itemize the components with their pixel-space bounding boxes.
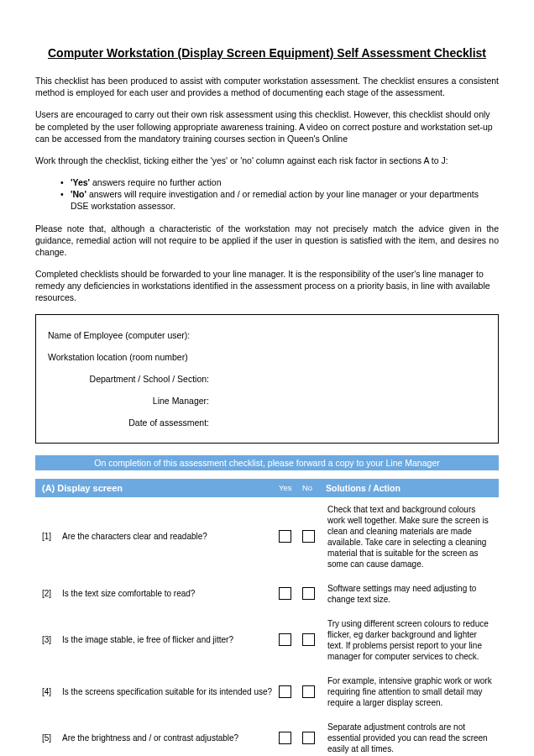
bullet-no: 'No' answers will require investigation … (60, 188, 499, 212)
completion-banner: On completion of this assessment checkli… (35, 455, 499, 470)
question-number: [5] (42, 733, 62, 743)
question-solution: For example, intensive graphic work or w… (326, 675, 492, 708)
question-solution: Try using different screen colours to re… (326, 618, 492, 662)
question-text: Are the characters clear and readable? (62, 532, 279, 541)
question-text: Are the brightness and / or contrast adj… (62, 733, 279, 743)
column-no-header: No (302, 483, 326, 492)
question-number: [3] (42, 635, 62, 644)
intro-para-3: Work through the checklist, ticking eith… (35, 155, 499, 166)
bullet-yes-bold: 'Yes' (71, 177, 90, 187)
checkbox-yes[interactable] (279, 732, 291, 744)
question-number: [1] (42, 532, 62, 541)
bullet-no-text: answers will require investigation and /… (71, 189, 479, 211)
bullet-no-bold: 'No' (71, 189, 86, 199)
label-department: Department / School / Section: (48, 374, 216, 384)
employee-info-box: Name of Employee (computer user): Workst… (35, 314, 499, 444)
question-row: [3]Is the image stable, ie free of flick… (35, 612, 499, 669)
label-line-manager: Line Manager: (48, 396, 216, 406)
checkbox-yes[interactable] (279, 530, 291, 543)
note-para-1: Please note that, although a characteris… (35, 223, 499, 259)
question-solution: Separate adjustment controls are not ess… (326, 722, 492, 754)
question-row: [1]Are the characters clear and readable… (35, 497, 499, 576)
questions-container: [1]Are the characters clear and readable… (35, 497, 499, 756)
question-text: Is the image stable, ie free of flicker … (62, 635, 279, 644)
intro-para-1: This checklist has been produced to assi… (35, 75, 499, 98)
question-row: [5]Are the brightness and / or contrast … (35, 715, 499, 756)
question-text: Is the text size comfortable to read? (62, 589, 279, 598)
note-2b: line manager. (233, 269, 285, 279)
note-para-2: Completed checklists should be forwarded… (35, 268, 499, 304)
label-workstation-location: Workstation location (room number) (48, 352, 195, 362)
checkbox-yes[interactable] (279, 633, 291, 646)
bullet-list: 'Yes' answers require no further action … (60, 176, 499, 213)
question-solution: Check that text and background colours w… (326, 504, 492, 570)
label-employee-name: Name of Employee (computer user): (48, 330, 196, 340)
label-date-assessment: Date of assessment: (48, 417, 216, 428)
question-solution: Software settings may need adjusting to … (326, 583, 492, 605)
bullet-yes-text: answers require no further action (90, 177, 221, 187)
checkbox-no[interactable] (302, 633, 315, 646)
checkbox-no[interactable] (302, 685, 315, 698)
checkbox-no[interactable] (302, 530, 315, 543)
bullet-yes: 'Yes' answers require no further action (60, 176, 499, 188)
column-yes-header: Yes (279, 483, 302, 492)
checkbox-no[interactable] (302, 587, 315, 600)
intro-para-2: Users are encouraged to carry out their … (35, 108, 499, 144)
question-text: Is the screens specification suitable fo… (62, 687, 279, 696)
question-number: [2] (42, 589, 62, 598)
checkbox-no[interactable] (302, 732, 315, 744)
note-2a: Completed checklists should be forwarded… (35, 269, 233, 279)
question-row: [2]Is the text size comfortable to read?… (35, 576, 499, 612)
note-2c: It is the responsibility of the user's l… (285, 269, 476, 279)
section-a-title: (A) Display screen (42, 483, 279, 493)
column-solutions-header: Solutions / Action (326, 483, 492, 493)
checkbox-yes[interactable] (279, 685, 291, 698)
checkbox-yes[interactable] (279, 587, 291, 600)
document-title: Computer Workstation (Display Screen Equ… (35, 46, 499, 60)
question-row: [4]Is the screens specification suitable… (35, 669, 499, 715)
section-a-header: (A) Display screen Yes No Solutions / Ac… (35, 479, 499, 497)
question-number: [4] (42, 687, 62, 696)
